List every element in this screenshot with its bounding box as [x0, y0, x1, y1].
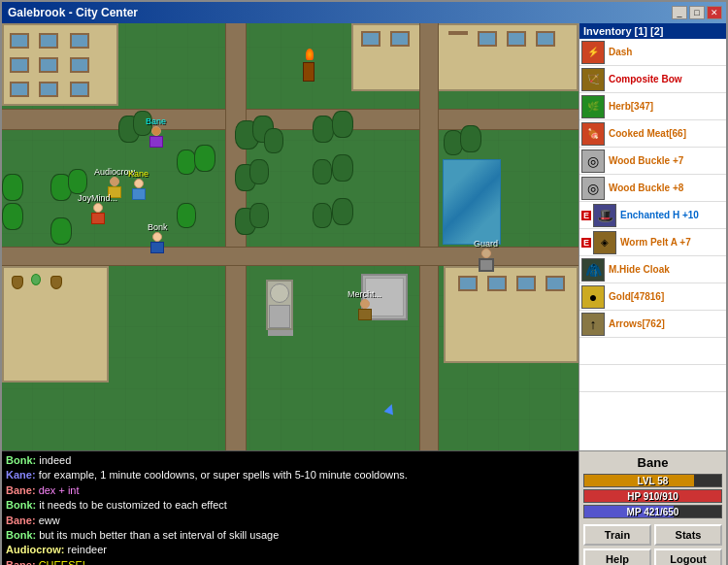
hp-bar-container: HP 910/910	[583, 489, 722, 503]
inv-item-empty-1	[579, 338, 726, 365]
logout-button[interactable]: Logout	[654, 548, 722, 565]
chat-line-4: Bane: eww	[6, 514, 575, 528]
pot-2	[50, 276, 62, 289]
water-area	[443, 159, 501, 245]
tree-21	[332, 154, 353, 182]
inv-item-name-cloak: M.Hide Cloak	[609, 264, 670, 276]
game-scene: Bane Audiocrow Kane	[2, 23, 579, 450]
maximize-button[interactable]: □	[689, 6, 705, 19]
tree-22	[313, 203, 332, 228]
bottom-row: Bonk: indeed Kane: for example, 1 minute…	[2, 450, 726, 565]
inv-item-meat[interactable]: 🍖 Cooked Meat[66]	[579, 120, 726, 148]
chat-speaker-1: Kane:	[6, 469, 36, 481]
titlebar: Galebrook - City Center _ □ ✕	[2, 2, 726, 23]
player-name: Bane	[583, 455, 722, 470]
stats-button[interactable]: Stats	[654, 524, 722, 546]
chat-text-5: but its much better than a set interval …	[39, 529, 279, 541]
inv-item-empty-2	[579, 365, 726, 392]
tree-25	[460, 125, 481, 152]
window-title: Galebrook - City Center	[6, 6, 138, 19]
inv-icon-cloak: 🧥	[581, 258, 605, 282]
help-button[interactable]: Help	[583, 548, 651, 565]
inv-item-buckle8[interactable]: ◎ Wood Buckle +8	[579, 175, 726, 202]
hp-bar-text: HP 910/910	[584, 490, 721, 504]
char-label-bane: Bane	[146, 116, 166, 126]
inv-icon-dash: ⚡	[581, 41, 605, 64]
inv-item-name-dash: Dash	[609, 47, 632, 58]
chat-speaker-3: Bonk:	[6, 499, 36, 511]
game-viewport[interactable]: Bane Audiocrow Kane	[2, 23, 579, 450]
bw-6	[507, 31, 526, 47]
close-button[interactable]: ✕	[707, 6, 722, 19]
building-window-5	[39, 57, 58, 73]
chat-speaker-4: Bane:	[6, 515, 36, 526]
inv-item-worm[interactable]: E ◈ Worm Pelt A +7	[579, 229, 726, 256]
char-sprite-bane	[147, 126, 166, 150]
building-window-2	[39, 33, 58, 49]
char-label-kane: Kane	[128, 169, 149, 179]
inv-item-herb[interactable]: 🌿 Herb[347]	[579, 93, 726, 120]
inventory-list[interactable]: ⚡ Dash 🏹 Composite Bow 🌿 Herb[347] 🍖 Coo…	[579, 39, 726, 450]
tree-17	[50, 217, 72, 245]
inv-item-cloak[interactable]: 🧥 M.Hide Cloak	[579, 256, 726, 283]
inv-icon-herb: 🌿	[581, 95, 605, 118]
inv-item-name-worm: Worm Pelt A +7	[620, 237, 691, 249]
chat-line-1: Kane: for example, 1 minute cooldowns, o…	[6, 468, 575, 482]
building-window-3	[70, 33, 89, 49]
building-window-4	[10, 57, 29, 73]
inv-icon-hat: 🎩	[593, 204, 616, 227]
chat-line-2: Bane: dex + int	[6, 483, 575, 498]
inv-item-gold[interactable]: ● Gold[47816]	[579, 283, 726, 311]
tree-8	[177, 150, 196, 175]
inv-item-name-buckle7: Wood Buckle +7	[609, 155, 683, 167]
inv-item-hat[interactable]: E 🎩 Enchanted H +10	[579, 202, 726, 229]
building-window-7	[10, 82, 29, 97]
building-window-1	[10, 33, 29, 49]
chat-text-4: eww	[39, 515, 60, 526]
tree-6	[313, 116, 334, 143]
chat-text-7: CHEESE!	[39, 559, 85, 565]
tree-7	[332, 111, 353, 138]
chat-text-1: for example, 1 minute cooldowns, or supe…	[39, 469, 408, 481]
inv-item-name-meat: Cooked Meat[66]	[609, 128, 686, 140]
torch-flame	[306, 49, 314, 60]
player-panel: Bane LVL 58 HP 910/910 MP 421/650	[579, 450, 726, 565]
inv-item-dash[interactable]: ⚡ Dash	[579, 39, 726, 66]
road-vertical-left	[225, 23, 247, 450]
tree-9	[194, 145, 215, 172]
inv-icon-bow: 🏹	[581, 68, 605, 91]
lvl-bar: LVL 58	[583, 474, 722, 487]
character-guard: Guard	[474, 239, 498, 272]
tree-13	[249, 203, 269, 228]
inv-item-name-arrows: Arrows[762]	[609, 318, 665, 330]
chat-text-3: it needs to be customized to each effect	[39, 499, 227, 511]
train-button[interactable]: Train	[583, 524, 651, 546]
char-label-guard: Guard	[474, 239, 498, 249]
char-sprite-joymind	[88, 203, 108, 226]
inv-item-arrows[interactable]: ↑ Arrows[762]	[579, 311, 726, 338]
inv-item-bow[interactable]: 🏹 Composite Bow	[579, 66, 726, 93]
pot-1	[12, 276, 23, 289]
tree-20	[313, 159, 332, 184]
statue-head	[270, 283, 289, 303]
bw-2	[390, 31, 410, 47]
chat-text-2: dex + int	[39, 484, 80, 496]
mp-bar: MP 421/650	[583, 505, 722, 518]
tree-23	[332, 198, 353, 225]
character-kane: Kane	[128, 169, 149, 202]
bw-4	[448, 31, 468, 35]
char-label-joymind: JoyMind...	[78, 193, 117, 203]
character-joymind: JoyMind...	[78, 193, 117, 226]
chat-text-0: indeed	[39, 454, 71, 466]
chat-speaker-2: Bane:	[6, 484, 36, 496]
chat-speaker-7: Bane:	[6, 559, 36, 565]
building-window-6	[70, 57, 89, 73]
game-window: Galebrook - City Center _ □ ✕	[0, 0, 728, 565]
inv-item-buckle7[interactable]: ◎ Wood Buckle +7	[579, 148, 726, 175]
inventory-header: Inventory [1] [2]	[579, 23, 726, 39]
minimize-button[interactable]: _	[672, 6, 687, 19]
inv-item-name-gold: Gold[47816]	[609, 291, 664, 303]
statue-base	[268, 330, 293, 336]
chat-line-0: Bonk: indeed	[6, 453, 575, 468]
chat-line-3: Bonk: it needs to be customized to each …	[6, 498, 575, 513]
